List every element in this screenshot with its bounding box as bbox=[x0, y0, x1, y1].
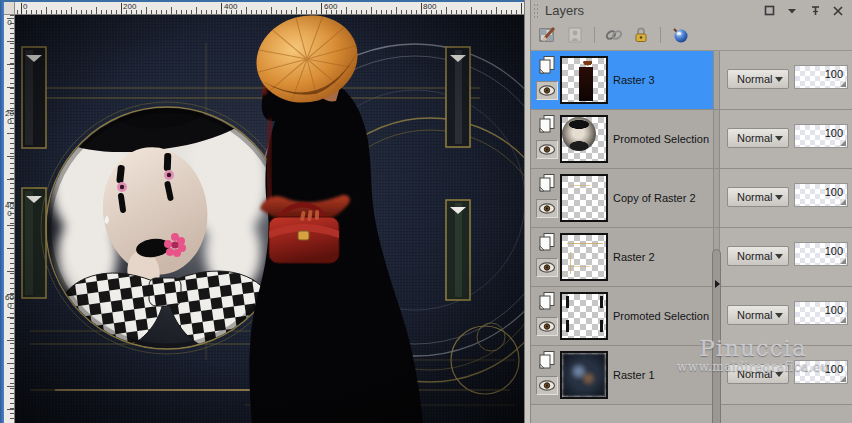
opacity-field[interactable]: 100 bbox=[794, 301, 848, 325]
layer-name: Promoted Selection 1 bbox=[613, 310, 718, 322]
raster-layer-icon bbox=[536, 290, 558, 312]
raster-layer-icon bbox=[536, 231, 558, 253]
blend-mode-dropdown[interactable]: Normal bbox=[727, 305, 789, 325]
chevron-down-icon bbox=[775, 136, 783, 141]
layer-name: Raster 2 bbox=[613, 251, 655, 263]
layer-row-left[interactable]: Promoted Selection 1 bbox=[531, 287, 713, 345]
layer-row-controls: Normal 100 bbox=[720, 346, 852, 404]
blend-mode-value: Normal bbox=[728, 191, 775, 203]
opacity-field[interactable]: 100 bbox=[794, 360, 848, 384]
opacity-value: 100 bbox=[825, 245, 843, 257]
resize-grip-icon bbox=[840, 199, 846, 205]
ruler-label: 800 bbox=[423, 2, 436, 11]
resize-grip-icon bbox=[840, 376, 846, 382]
chevron-down-icon bbox=[775, 372, 783, 377]
layer-row-left[interactable]: Raster 1 bbox=[531, 346, 713, 404]
layer-row[interactable]: Copy of Raster 2 Normal 100 bbox=[531, 169, 852, 228]
scrollbar-thumb[interactable] bbox=[712, 249, 721, 423]
eye-icon bbox=[538, 320, 556, 333]
ruler-label: 0 bbox=[23, 2, 27, 11]
pin-icon[interactable] bbox=[807, 3, 823, 18]
layer-thumbnail[interactable] bbox=[560, 292, 608, 340]
row-divider bbox=[713, 51, 720, 109]
opacity-field[interactable]: 100 bbox=[794, 183, 848, 207]
visibility-toggle[interactable] bbox=[536, 258, 558, 277]
panel-titlebar[interactable]: Layers bbox=[531, 0, 852, 22]
opacity-value: 100 bbox=[825, 186, 843, 198]
vertical-ruler: 0 200 400 600 bbox=[4, 15, 15, 423]
panel-toolbar bbox=[531, 22, 852, 48]
row-divider bbox=[713, 169, 720, 227]
splitter-arrow-icon[interactable] bbox=[715, 280, 720, 288]
layers-panel: Layers bbox=[530, 0, 852, 423]
ruler-label: 0 bbox=[5, 19, 14, 27]
layer-thumbnail[interactable] bbox=[560, 115, 608, 163]
blend-mode-dropdown[interactable]: Normal bbox=[727, 69, 789, 89]
visibility-toggle[interactable] bbox=[536, 376, 558, 395]
ruler-label: 600 bbox=[5, 294, 14, 310]
blend-mode-value: Normal bbox=[728, 132, 775, 144]
opacity-field[interactable]: 100 bbox=[794, 65, 848, 89]
layer-name: Copy of Raster 2 bbox=[613, 192, 696, 204]
link-chain-icon[interactable] bbox=[603, 24, 625, 46]
layer-row-controls: Normal 100 bbox=[720, 169, 852, 227]
layer-row[interactable]: Promoted Selection Normal 100 bbox=[531, 110, 852, 169]
chevron-down-icon[interactable] bbox=[784, 3, 800, 18]
lock-icon[interactable] bbox=[630, 24, 652, 46]
layer-thumbnail[interactable] bbox=[560, 233, 608, 281]
raster-layer-icon bbox=[536, 349, 558, 371]
resize-grip-icon bbox=[840, 81, 846, 87]
blend-mode-dropdown[interactable]: Normal bbox=[727, 364, 789, 384]
opacity-field[interactable]: 100 bbox=[794, 242, 848, 266]
resize-grip-icon bbox=[840, 140, 846, 146]
visibility-toggle[interactable] bbox=[536, 199, 558, 218]
eye-icon bbox=[538, 202, 556, 215]
layer-name: Raster 1 bbox=[613, 369, 655, 381]
blend-mode-dropdown[interactable]: Normal bbox=[727, 128, 789, 148]
chevron-down-icon bbox=[775, 254, 783, 259]
raster-layer-icon bbox=[536, 113, 558, 135]
edit-selection-icon[interactable] bbox=[537, 24, 559, 46]
artwork bbox=[15, 15, 524, 423]
layer-name: Promoted Selection bbox=[613, 133, 709, 145]
restore-icon[interactable] bbox=[761, 3, 777, 18]
layer-row-controls: Normal 100 bbox=[720, 228, 852, 286]
image-canvas[interactable] bbox=[15, 15, 524, 423]
close-icon[interactable] bbox=[830, 3, 846, 18]
visibility-toggle[interactable] bbox=[536, 81, 558, 100]
resize-grip-icon bbox=[840, 317, 846, 323]
layer-row[interactable]: Raster 2 Normal 100 bbox=[531, 228, 852, 287]
layer-row[interactable]: Raster 1 Normal 100 bbox=[531, 346, 852, 405]
opacity-field[interactable]: 100 bbox=[794, 124, 848, 148]
layer-row[interactable]: Raster 3 Normal 100 bbox=[531, 51, 852, 110]
ruler-label: 200 bbox=[5, 110, 14, 126]
opacity-value: 100 bbox=[825, 304, 843, 316]
eye-icon bbox=[538, 261, 556, 274]
layer-thumbnail[interactable] bbox=[560, 174, 608, 222]
visibility-toggle[interactable] bbox=[536, 140, 558, 159]
layer-row-left[interactable]: Copy of Raster 2 bbox=[531, 169, 713, 227]
eye-icon bbox=[538, 143, 556, 156]
raster-layer-icon bbox=[536, 54, 558, 76]
link-ball-icon[interactable] bbox=[669, 24, 691, 46]
ruler-label: 600 bbox=[324, 2, 337, 11]
opacity-value: 100 bbox=[825, 127, 843, 139]
mask-icon-disabled[interactable] bbox=[564, 24, 586, 46]
layer-thumbnail[interactable] bbox=[560, 351, 608, 399]
blend-mode-dropdown[interactable]: Normal bbox=[727, 187, 789, 207]
chevron-down-icon bbox=[775, 195, 783, 200]
layer-thumbnail[interactable] bbox=[560, 56, 608, 104]
layer-row[interactable]: Promoted Selection 1 Normal 100 bbox=[531, 287, 852, 346]
blend-mode-dropdown[interactable]: Normal bbox=[727, 246, 789, 266]
raster-layer-icon bbox=[536, 172, 558, 194]
resize-grip-icon bbox=[840, 258, 846, 264]
layer-row-left[interactable]: Promoted Selection bbox=[531, 110, 713, 168]
chevron-down-icon bbox=[775, 77, 783, 82]
horizontal-ruler: 0 200 400 600 800 bbox=[15, 2, 524, 15]
toolbar-separator bbox=[594, 27, 595, 43]
ruler-corner bbox=[4, 2, 15, 15]
visibility-toggle[interactable] bbox=[536, 317, 558, 336]
chevron-down-icon bbox=[775, 313, 783, 318]
layer-row-left[interactable]: Raster 2 bbox=[531, 228, 713, 286]
layer-row-left[interactable]: Raster 3 bbox=[531, 51, 713, 109]
